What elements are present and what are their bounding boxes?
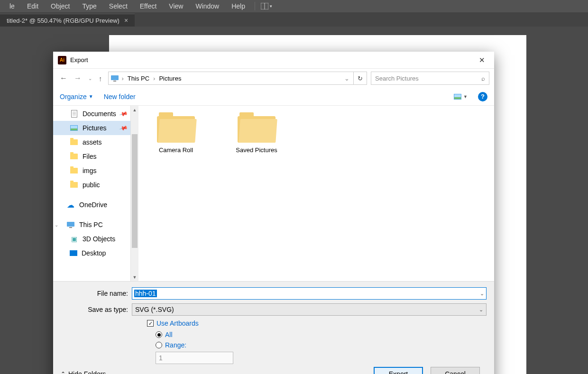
use-artboards-checkbox[interactable]: ✓ Use Artboards — [147, 319, 487, 327]
tree-item-label: assets — [83, 138, 101, 146]
scroll-up-icon[interactable]: ▲ — [131, 106, 138, 114]
document-tab[interactable]: titled-2* @ 550.47% (RGB/GPU Preview) × — [0, 14, 135, 27]
checkbox-checked-icon: ✓ — [147, 320, 154, 327]
view-mode-button[interactable]: ▼ — [454, 94, 468, 100]
tree-item-label: This PC — [79, 221, 103, 228]
tree-item-label: Desktop — [82, 249, 106, 257]
document-tab-row: titled-2* @ 550.47% (RGB/GPU Preview) × — [0, 12, 588, 27]
chevron-down-icon[interactable]: ⌄ — [479, 307, 483, 313]
svg-rect-2 — [111, 75, 119, 80]
pin-icon: 📌 — [119, 109, 129, 119]
tree-item-label: Pictures — [83, 124, 107, 132]
radio-selected-icon — [156, 331, 162, 338]
expand-icon[interactable]: ⌄ — [55, 222, 58, 228]
nav-up-icon[interactable]: ↑ — [99, 74, 102, 82]
toolbar-row: Organize ▼ New folder ▼ ? — [53, 88, 494, 106]
close-dialog-button[interactable]: ✕ — [474, 54, 489, 67]
hide-folders-toggle[interactable]: ⌃ Hide Folders — [61, 370, 106, 374]
cancel-button[interactable]: Cancel — [431, 367, 480, 374]
folder-tile[interactable]: Saved Pictures — [230, 112, 283, 154]
breadcrumb-sep: › — [121, 75, 125, 82]
export-dialog: Ai Export ✕ ← → ⌄ ↑ › This PC › Pictures… — [53, 52, 494, 374]
tree-item[interactable]: Desktop — [53, 246, 138, 260]
nav-forward-icon: → — [74, 74, 82, 82]
menu-window[interactable]: Window — [190, 0, 225, 12]
pc-icon — [110, 75, 119, 82]
radio-all[interactable]: All — [156, 331, 487, 338]
tree-item-label: public — [83, 181, 100, 189]
chevron-down-icon[interactable]: ⌄ — [480, 291, 484, 297]
menu-object[interactable]: Object — [45, 0, 75, 12]
chevron-down-icon: ▼ — [89, 94, 93, 99]
scrollbar-thumb[interactable] — [132, 134, 138, 248]
save-type-label: Save as type: — [61, 306, 132, 313]
breadcrumb-root[interactable]: This PC — [127, 75, 150, 82]
nav-back-icon[interactable]: ← — [60, 74, 67, 82]
menu-type[interactable]: Type — [77, 0, 102, 12]
chevron-down-icon: ▼ — [463, 94, 468, 99]
menu-edit[interactable]: Edit — [21, 0, 44, 12]
folder-label: Saved Pictures — [236, 146, 277, 154]
refresh-button[interactable]: ↻ — [354, 72, 367, 85]
close-tab-icon[interactable]: × — [124, 17, 128, 24]
nav-row: ← → ⌄ ↑ › This PC › Pictures ⌄ ↻ Search … — [53, 69, 494, 88]
organize-menu[interactable]: Organize ▼ — [60, 93, 93, 100]
app-menubar: le Edit Object Type Select Effect View W… — [0, 0, 588, 12]
tree-scrollbar[interactable]: ▲ ▼ — [130, 106, 138, 281]
tree-item-label: Documents — [83, 110, 116, 118]
tree-item[interactable]: public — [53, 178, 138, 192]
menubar-divider — [255, 2, 255, 10]
file-name-input[interactable]: hhh-01 ⌄ — [132, 287, 487, 300]
document-tab-label: titled-2* @ 550.47% (RGB/GPU Preview) — [7, 17, 119, 24]
folder-icon — [157, 112, 195, 143]
tree-item[interactable]: assets — [53, 135, 138, 149]
tree-item-label: 3D Objects — [83, 235, 115, 243]
menu-view[interactable]: View — [163, 0, 189, 12]
tree-item-label: OneDrive — [79, 201, 107, 209]
save-type-select[interactable]: SVG (*.SVG) ⌄ — [132, 303, 487, 316]
dialog-title: Export — [70, 56, 474, 64]
search-placeholder: Search Pictures — [375, 75, 419, 82]
save-type-value: SVG (*.SVG) — [135, 306, 174, 313]
help-icon[interactable]: ? — [478, 92, 487, 101]
export-button[interactable]: Export — [374, 367, 423, 374]
folder-label: Camera Roll — [159, 146, 193, 154]
svg-rect-3 — [113, 81, 116, 82]
file-name-label: File name: — [61, 290, 132, 297]
file-name-value: hhh-01 — [134, 290, 157, 297]
tree-item-label: Files — [83, 153, 97, 160]
new-folder-button[interactable]: New folder — [104, 93, 136, 100]
tree-item-label: imgs — [83, 167, 97, 174]
tree-item[interactable]: ☁OneDrive — [53, 198, 138, 212]
folder-icon — [238, 112, 276, 143]
tree-item[interactable]: ▣3D Objects — [53, 232, 138, 246]
pin-icon: 📌 — [119, 123, 129, 133]
tree-item[interactable]: Documents📌 — [53, 107, 138, 121]
tree-item[interactable]: Pictures📌 — [53, 121, 138, 135]
tree-item[interactable]: Files — [53, 149, 138, 164]
svg-rect-4 — [67, 222, 74, 227]
menu-select[interactable]: Select — [103, 0, 133, 12]
scroll-down-icon[interactable]: ▼ — [131, 273, 138, 281]
breadcrumb-dropdown-icon[interactable]: ⌄ — [344, 75, 351, 82]
menu-file[interactable]: le — [4, 0, 20, 12]
menu-help[interactable]: Help — [226, 0, 251, 12]
radio-range[interactable]: Range: — [156, 341, 487, 349]
search-input[interactable]: Search Pictures ⌕ — [371, 72, 489, 85]
folder-tile[interactable]: Camera Roll — [150, 112, 202, 154]
radio-unselected-icon — [156, 342, 162, 348]
layout-selector-icon[interactable]: ▾ — [259, 3, 274, 9]
search-icon: ⌕ — [481, 75, 485, 82]
svg-rect-5 — [69, 227, 72, 228]
tree-item[interactable]: imgs — [53, 164, 138, 178]
range-input[interactable]: 1 — [156, 352, 233, 364]
form-panel: File name: hhh-01 ⌄ Save as type: SVG (*… — [53, 281, 494, 374]
menu-effect[interactable]: Effect — [134, 0, 163, 12]
breadcrumb-folder[interactable]: Pictures — [158, 75, 182, 82]
breadcrumb-bar[interactable]: › This PC › Pictures ⌄ — [108, 72, 354, 85]
chevron-up-icon: ⌃ — [61, 371, 65, 374]
content-pane[interactable]: Camera RollSaved Pictures — [138, 106, 494, 281]
tree-item[interactable]: ⌄This PC — [53, 218, 138, 232]
nav-recent-icon[interactable]: ⌄ — [88, 76, 92, 81]
breadcrumb-sep: › — [152, 75, 156, 82]
